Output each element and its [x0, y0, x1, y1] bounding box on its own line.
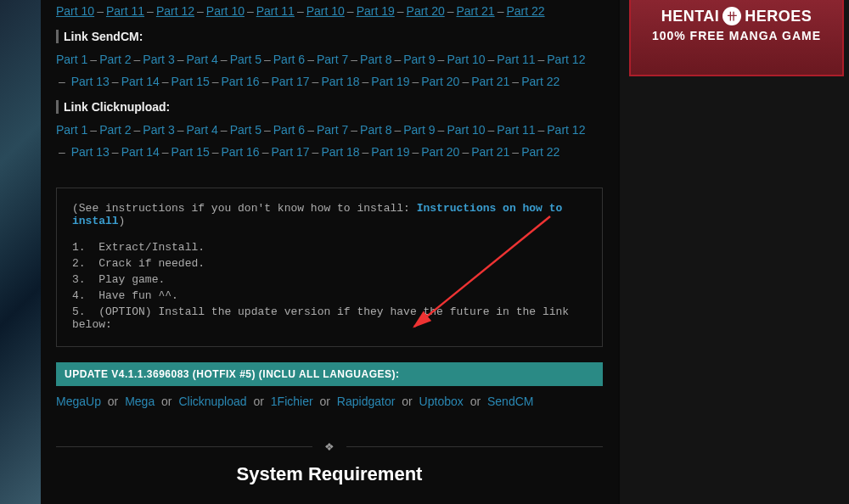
parts-list: Part 1–Part 2–Part 3–Part 4–Part 5–Part …	[56, 119, 603, 164]
part-link[interactable]: Part 22	[506, 4, 544, 18]
mirror-link[interactable]: 1Fichier	[271, 395, 313, 408]
instruction-step: Crack if needed.	[72, 255, 587, 272]
part-link[interactable]: Part 11	[497, 53, 535, 66]
part-link[interactable]: Part 11	[106, 4, 144, 18]
link-section-header: Link SendCM:	[56, 30, 603, 43]
part-link[interactable]: Part 19	[357, 4, 395, 18]
mirror-link[interactable]: Rapidgator	[337, 395, 396, 408]
part-link[interactable]: Part 2	[99, 123, 131, 137]
part-link[interactable]: Part 6	[273, 53, 305, 66]
content-column: Part 10–Part 11–Part 12–Part 10–Part 11–…	[41, 0, 618, 504]
parts-row-overflow: Part 10–Part 11–Part 12–Part 10–Part 11–…	[56, 0, 603, 23]
part-link[interactable]: Part 21	[471, 145, 509, 159]
part-link[interactable]: Part 14	[121, 145, 160, 159]
divider-line	[346, 446, 603, 447]
section-divider: ❖	[56, 440, 603, 453]
part-link[interactable]: Part 15	[171, 75, 210, 88]
part-link[interactable]: Part 13	[71, 75, 110, 88]
mirror-link[interactable]: MegaUp	[56, 395, 101, 408]
part-link[interactable]: Part 22	[521, 75, 559, 88]
part-link[interactable]: Part 4	[186, 53, 217, 66]
part-link[interactable]: Part 20	[407, 4, 445, 18]
ad-logo-icon: 卄	[722, 7, 741, 25]
right-sidebar: HENTAI 卄 HEROES 100% FREE MANGA GAME	[620, 0, 849, 504]
part-link[interactable]: Part 9	[403, 123, 435, 137]
mirror-link[interactable]: Clicknupload	[178, 395, 246, 408]
parts-list: Part 1–Part 2–Part 3–Part 4–Part 5–Part …	[56, 48, 603, 93]
part-link[interactable]: Part 12	[547, 123, 585, 137]
part-link[interactable]: Part 8	[360, 123, 391, 137]
mirror-links: MegaUp or Mega or Clicknupload or 1Fichi…	[56, 395, 603, 408]
ad-title: HENTAI 卄 HEROES	[639, 7, 834, 25]
instruction-step: Extract/Install.	[72, 239, 587, 255]
part-link[interactable]: Part 20	[421, 145, 459, 159]
part-link[interactable]: Part 18	[321, 75, 359, 88]
mirror-link[interactable]: Mega	[125, 395, 155, 408]
part-link[interactable]: Part 10	[56, 4, 94, 18]
instruction-step: Play game.	[72, 272, 587, 288]
part-link[interactable]: Part 21	[457, 4, 495, 18]
part-link[interactable]: Part 9	[403, 53, 435, 66]
part-link[interactable]: Part 5	[230, 53, 261, 66]
ad-subtitle: 100% FREE MANGA GAME	[639, 29, 834, 42]
part-link[interactable]: Part 19	[371, 145, 409, 159]
part-link[interactable]: Part 1	[56, 53, 87, 66]
part-link[interactable]: Part 8	[360, 53, 391, 66]
intro-pre: (See instructions if you don't know how …	[72, 202, 417, 215]
part-link[interactable]: Part 3	[143, 53, 174, 66]
part-link[interactable]: Part 10	[447, 53, 485, 66]
part-link[interactable]: Part 20	[421, 75, 459, 88]
part-link[interactable]: Part 1	[56, 123, 87, 137]
instructions-steps: Extract/Install.Crack if needed.Play gam…	[72, 239, 587, 333]
part-link[interactable]: Part 19	[371, 75, 409, 88]
part-link[interactable]: Part 11	[497, 123, 535, 137]
intro-post: )	[119, 215, 126, 227]
part-link[interactable]: Part 13	[71, 145, 110, 159]
instructions-box: (See instructions if you don't know how …	[56, 188, 603, 347]
ad-banner[interactable]: HENTAI 卄 HEROES 100% FREE MANGA GAME	[629, 0, 844, 76]
instruction-step: (OPTION) Install the update version if t…	[72, 304, 587, 333]
system-requirement-heading: System Requirement	[56, 463, 603, 485]
part-link[interactable]: Part 6	[273, 123, 305, 137]
part-link[interactable]: Part 16	[222, 145, 260, 159]
update-banner: UPDATE V4.1.1.3696083 (HOTFIX #5) (INCLU…	[56, 362, 603, 386]
background-art	[0, 0, 41, 504]
part-link[interactable]: Part 10	[447, 123, 485, 137]
part-link[interactable]: Part 14	[121, 75, 160, 88]
part-link[interactable]: Part 17	[271, 75, 309, 88]
part-link[interactable]: Part 12	[156, 4, 194, 18]
part-link[interactable]: Part 11	[256, 4, 295, 18]
part-link[interactable]: Part 16	[222, 75, 260, 88]
mirror-link[interactable]: Uptobox	[419, 395, 464, 408]
mirror-link[interactable]: SendCM	[487, 395, 533, 408]
part-link[interactable]: Part 3	[143, 123, 174, 137]
part-link[interactable]: Part 7	[317, 123, 348, 137]
instruction-step: Have fun ^^.	[72, 288, 587, 304]
part-link[interactable]: Part 12	[547, 53, 585, 66]
link-section-header: Link Clicknupload:	[56, 100, 603, 114]
part-link[interactable]: Part 22	[521, 145, 559, 159]
part-link[interactable]: Part 5	[230, 123, 261, 137]
part-link[interactable]: Part 15	[171, 145, 210, 159]
part-link[interactable]: Part 17	[271, 145, 309, 159]
divider-line	[56, 446, 312, 447]
divider-ornament-icon: ❖	[324, 440, 335, 453]
part-link[interactable]: Part 4	[186, 123, 217, 137]
part-link[interactable]: Part 21	[471, 75, 509, 88]
part-link[interactable]: Part 2	[99, 53, 131, 66]
part-link[interactable]: Part 18	[321, 145, 359, 159]
instructions-intro: (See instructions if you don't know how …	[72, 202, 587, 227]
part-link[interactable]: Part 10	[206, 4, 245, 18]
part-link[interactable]: Part 10	[306, 4, 345, 18]
part-link[interactable]: Part 7	[317, 53, 348, 66]
